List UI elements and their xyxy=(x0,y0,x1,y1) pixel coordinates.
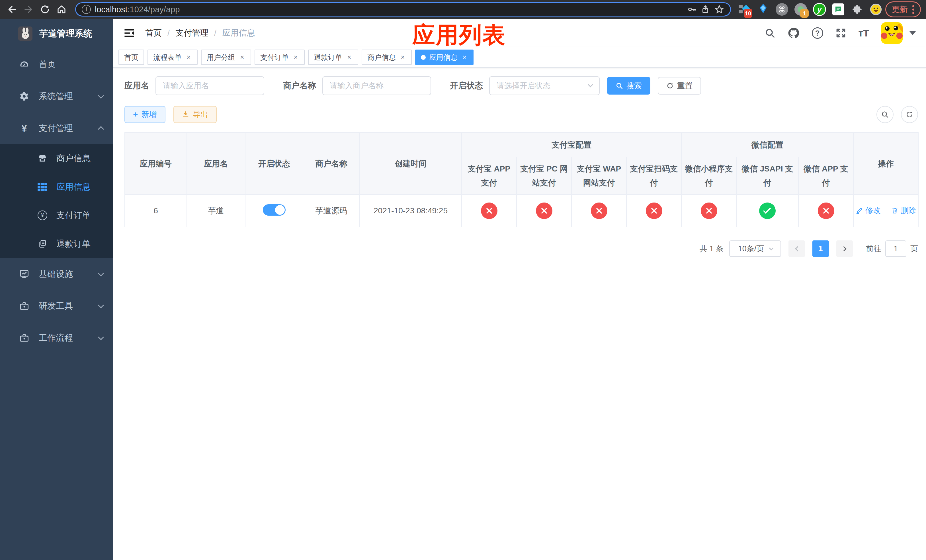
col-alipay-qr: 支付宝扫码支付 xyxy=(626,157,681,195)
header-search-icon[interactable] xyxy=(764,28,775,38)
browser-menu-icon[interactable] xyxy=(912,5,914,14)
chevron-left-icon xyxy=(795,246,800,251)
password-key-icon[interactable] xyxy=(687,5,696,14)
search-button[interactable]: 搜索 xyxy=(607,77,651,95)
browser-update-button[interactable]: 更新 xyxy=(885,2,921,17)
url-host: localhost xyxy=(95,5,127,14)
page-number-button[interactable]: 1 xyxy=(813,241,829,257)
status-toggle[interactable] xyxy=(263,204,286,216)
breadcrumb-home[interactable]: 首页 xyxy=(145,27,162,39)
col-created-at: 创建时间 xyxy=(360,132,461,195)
back-icon[interactable] xyxy=(5,3,19,16)
forward-icon[interactable] xyxy=(22,3,35,16)
plus-icon xyxy=(133,110,138,120)
tag-home[interactable]: 首页 xyxy=(118,50,144,65)
extension-chat-icon[interactable] xyxy=(832,3,845,16)
sidebar-item-label: 研发工具 xyxy=(39,300,73,312)
tag-close-icon[interactable] xyxy=(292,53,299,61)
sidebar-item-system[interactable]: 系统管理 xyxy=(0,80,113,112)
extension-command-icon[interactable] xyxy=(775,3,788,16)
wechat-mini-status-icon xyxy=(701,203,717,219)
next-page-button[interactable] xyxy=(836,241,853,257)
app-logo[interactable]: 芋道管理系统 xyxy=(0,19,113,48)
extension-y-icon[interactable] xyxy=(813,3,826,16)
toggle-search-button[interactable] xyxy=(876,106,894,123)
chevron-right-icon xyxy=(841,246,846,251)
refresh-icon xyxy=(666,82,674,89)
sidebar-item-merchant-info[interactable]: 商户信息 xyxy=(0,144,113,173)
tag-pay-order[interactable]: 支付订单 xyxy=(254,50,305,65)
reset-button[interactable]: 重置 xyxy=(658,77,701,95)
yuan-icon: ¥ xyxy=(19,123,30,134)
table-row: 6 芋道 芋道源码 2021-10-23 08:49:25 xyxy=(125,195,918,227)
sidebar-item-label: 商户信息 xyxy=(56,153,91,164)
sidebar-item-refund-order[interactable]: 退款订单 xyxy=(0,230,113,258)
sidebar-item-payment[interactable]: ¥ 支付管理 xyxy=(0,112,113,144)
tag-merchant-info[interactable]: 商户信息 xyxy=(362,50,412,65)
export-button-label: 导出 xyxy=(193,109,208,120)
tag-refund-order[interactable]: 退款订单 xyxy=(308,50,358,65)
col-wechat-jsapi: 微信 JSAPI 支付 xyxy=(736,157,799,195)
tag-close-icon[interactable] xyxy=(461,53,468,61)
reload-icon[interactable] xyxy=(38,3,52,16)
tag-process-form[interactable]: 流程表单 xyxy=(147,50,198,65)
export-button[interactable]: 导出 xyxy=(173,106,217,123)
home-icon[interactable] xyxy=(54,3,68,16)
total-count: 共 1 条 xyxy=(700,244,723,254)
tag-close-icon[interactable] xyxy=(239,53,245,61)
tag-app-info-active[interactable]: 应用信息 xyxy=(415,50,474,65)
col-status: 开启状态 xyxy=(245,132,303,195)
edit-link[interactable]: 修改 xyxy=(856,205,881,216)
profile-avatar-icon[interactable] xyxy=(869,3,882,16)
sidebar-item-label: 应用信息 xyxy=(56,181,91,193)
sidebar-item-home[interactable]: 首页 xyxy=(0,48,113,80)
github-icon[interactable] xyxy=(787,27,800,39)
sidebar-item-app-info[interactable]: 应用信息 xyxy=(0,173,113,201)
status-select-placeholder: 请选择开启状态 xyxy=(496,80,551,91)
delete-link-label: 删除 xyxy=(901,205,916,216)
user-avatar[interactable] xyxy=(881,22,903,44)
tag-close-icon[interactable] xyxy=(185,53,192,61)
col-wechat-mini: 微信小程序支付 xyxy=(681,157,736,195)
share-icon[interactable] xyxy=(701,5,710,14)
status-select[interactable]: 请选择开启状态 xyxy=(489,76,600,95)
address-bar[interactable]: localhost:1024/pay/app xyxy=(75,2,731,17)
prev-page-button[interactable] xyxy=(788,241,805,257)
refresh-table-button[interactable] xyxy=(901,106,918,123)
search-form: 应用名 商户名称 开启状态 请选择开启状态 搜索 重置 xyxy=(124,76,918,95)
site-info-icon[interactable] xyxy=(82,5,91,14)
logo-rabbit-icon xyxy=(18,26,32,41)
col-group-wechat: 微信配置 xyxy=(681,132,853,157)
payment-submenu: 商户信息 应用信息 ¥ 支付订单 退款订单 xyxy=(0,144,113,258)
sidebar-item-workflow[interactable]: 工作流程 xyxy=(0,322,113,354)
avatar-dropdown-icon[interactable] xyxy=(909,31,916,35)
breadcrumb-payment[interactable]: 支付管理 xyxy=(176,27,209,39)
extensions-puzzle-icon[interactable] xyxy=(850,3,864,16)
app-name-input[interactable] xyxy=(156,76,264,95)
goto-label: 前往 xyxy=(866,244,881,254)
page-suffix-label: 页 xyxy=(910,244,918,254)
add-button[interactable]: 新增 xyxy=(124,106,165,123)
page-size-select[interactable]: 10条/页 xyxy=(729,241,781,257)
breadcrumb-current: 应用信息 xyxy=(222,27,255,39)
fullscreen-icon[interactable] xyxy=(835,27,847,39)
goto-page-input[interactable] xyxy=(885,241,906,257)
merchant-name-input[interactable] xyxy=(322,76,431,95)
dashboard-icon xyxy=(19,59,30,70)
tag-close-icon[interactable] xyxy=(346,53,353,61)
tag-user-group[interactable]: 用户分组 xyxy=(201,50,251,65)
extension-diamond-icon[interactable]: 10 xyxy=(738,3,751,16)
update-label: 更新 xyxy=(892,4,908,15)
bookmark-star-icon[interactable] xyxy=(714,4,725,15)
sidebar-item-pay-order[interactable]: ¥ 支付订单 xyxy=(0,201,113,230)
sidebar-item-label: 基础设施 xyxy=(39,268,73,280)
sidebar-item-dev-tools[interactable]: 研发工具 xyxy=(0,290,113,322)
font-size-icon[interactable] xyxy=(858,28,869,39)
sidebar-item-infrastructure[interactable]: 基础设施 xyxy=(0,258,113,290)
delete-link[interactable]: 删除 xyxy=(891,205,916,216)
extension-circle-icon[interactable]: 1 xyxy=(794,3,807,16)
sidebar-collapse-icon[interactable] xyxy=(123,27,136,39)
tag-close-icon[interactable] xyxy=(399,53,406,61)
help-icon[interactable] xyxy=(812,27,823,39)
extension-balloon-icon[interactable] xyxy=(757,3,770,16)
